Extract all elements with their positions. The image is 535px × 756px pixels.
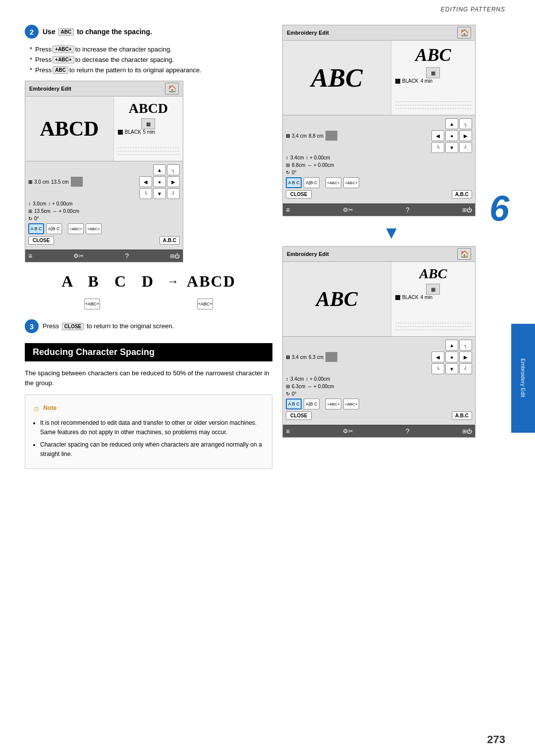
ctrl-ang-val-rb: 0° xyxy=(292,391,297,397)
nav-bot-right-rb[interactable]: ┘ xyxy=(459,363,472,374)
color-swatch-rb xyxy=(395,295,400,300)
home-button-top[interactable]: 🏠 xyxy=(165,83,179,95)
ctrl-h-rb: ↕ xyxy=(286,376,288,382)
nav-bot-right[interactable]: ┘ xyxy=(167,188,180,199)
down-arrow: ▼ xyxy=(282,222,500,243)
thumb-icon-rt xyxy=(325,131,337,141)
nav-top-right-rb[interactable]: ┐ xyxy=(459,340,472,351)
close-button-rb[interactable]: CLOSE xyxy=(286,411,312,420)
time-label: 5 min xyxy=(143,129,155,135)
ctrl-h-offset: ↕ + 0.00cm xyxy=(48,201,72,206)
nav-down[interactable]: ▼ xyxy=(153,188,166,199)
nav-top-right-rt[interactable]: ┐ xyxy=(459,118,472,129)
close-button-top[interactable]: CLOSE xyxy=(28,236,54,245)
settings-icon[interactable]: ⚙✂ xyxy=(73,252,84,259)
abc-mode-btn2-rb[interactable]: A|B C xyxy=(304,399,320,409)
close-button-rt[interactable]: CLOSE xyxy=(286,190,312,199)
nav-top-right[interactable]: ┐ xyxy=(167,164,180,175)
embroidery-mode-btn[interactable]: ▦ xyxy=(141,118,155,129)
color-label-rt: BLACK xyxy=(402,78,419,84)
reduce-sp-rt[interactable]: +ABC+ xyxy=(325,177,341,188)
increase-spacing-btn[interactable]: +ABC+ xyxy=(53,46,74,53)
spacing-right-btn[interactable]: +ABC+ xyxy=(197,299,213,309)
bullet-2: Press +ABC+ to decrease the character sp… xyxy=(30,56,272,63)
step2-title: Use ABC to change the spacing. xyxy=(43,28,152,36)
help-icon-rb[interactable]: ? xyxy=(406,427,410,435)
nav-center-rt[interactable]: ● xyxy=(445,130,458,141)
nav-up[interactable]: ▲ xyxy=(153,164,166,175)
help-icon[interactable]: ? xyxy=(125,252,129,260)
settings-icon-rt[interactable]: ⚙✂ xyxy=(343,206,353,213)
bottom-bar-top: ≡ ⚙✂ ? ⊞⏻ xyxy=(25,250,183,262)
nav-up-rt[interactable]: ▲ xyxy=(445,118,458,129)
nav-bot-left-rb[interactable]: └ xyxy=(431,363,444,374)
menu-icon-rt[interactable]: ≡ xyxy=(286,206,290,214)
abc-mode-btn-rb[interactable]: A B C xyxy=(286,399,302,409)
ctrl-dim-rb-h: 6.3cm xyxy=(292,384,305,389)
abc-reset-rb[interactable]: A.B.C xyxy=(452,411,472,420)
nav-up-rb[interactable]: ▲ xyxy=(445,340,458,351)
nav-center[interactable]: ● xyxy=(153,176,166,187)
home-button-right-top[interactable]: 🏠 xyxy=(457,27,471,39)
nav-down-rb[interactable]: ▼ xyxy=(445,363,458,374)
nav-grid-rt: ▲ ┐ ◀ ● ▶ └ ▼ ┘ xyxy=(431,118,472,153)
reset-spacing-btn[interactable]: ABC xyxy=(53,66,68,74)
ctrl-v-rb: ⊞ xyxy=(286,384,290,389)
abc-mode-btn2[interactable]: A|B C xyxy=(46,223,62,234)
home-button-right-bottom[interactable]: 🏠 xyxy=(457,248,471,260)
color-label: BLACK xyxy=(125,129,141,135)
ctrl-row-abc-rb: A B C A|B C +ABC+ +ABC+ xyxy=(286,399,472,409)
abc-spacing-btn[interactable]: ABC xyxy=(58,28,74,36)
nav-bot-right-rt[interactable]: ┘ xyxy=(459,142,472,153)
header-title: EDITING PATTERNS xyxy=(441,6,505,13)
dashed-line-rt-2 xyxy=(395,105,471,105)
nav-right-rb[interactable]: ▶ xyxy=(459,352,472,362)
dim-rt-1: 3.4 cm xyxy=(292,133,307,139)
abc-reset-rt[interactable]: A.B.C xyxy=(452,190,472,199)
ctrl-row-rt-2: ↕ 3.4cm ↕ + 0.00cm xyxy=(286,155,472,160)
nav-center-rb[interactable]: ● xyxy=(445,352,458,362)
emb-large-text-rb: ABC xyxy=(316,287,358,311)
spacing-left-btn[interactable]: +ABC+ xyxy=(84,299,100,309)
help-icon-rt[interactable]: ? xyxy=(406,206,410,214)
settings-icon-rb[interactable]: ⚙✂ xyxy=(343,428,353,435)
emb-small-preview-rt: ABC xyxy=(415,45,451,65)
abc-mode-btn-rt[interactable]: A B C xyxy=(286,177,302,188)
nav-down-rt[interactable]: ▼ xyxy=(445,142,458,153)
decrease-spacing-btn[interactable]: +ABC+ xyxy=(53,56,74,63)
embroidery-mode-btn-rb[interactable]: ▦ xyxy=(426,284,440,295)
increase-sp-rt[interactable]: +ABC+ xyxy=(343,177,359,188)
increase-sp-rb[interactable]: +ABC+ xyxy=(343,399,359,409)
ctrl-dim-rt-h: 8.8cm xyxy=(292,162,305,168)
ctrl-ang-rt: ↻ xyxy=(286,170,290,175)
dashed-lines-rt xyxy=(395,84,471,111)
abc-mode-btn2-rt[interactable]: A|B C xyxy=(304,177,320,188)
time-label-rt: 4 min xyxy=(421,78,432,84)
ctrl-v-off-rt: ↔ + 0.00cm xyxy=(307,162,334,168)
increase-spacing-ctrl[interactable]: +ABC+ xyxy=(86,223,102,234)
emb-right-title-label: Embroidery Edit xyxy=(287,30,329,36)
menu-icon[interactable]: ≡ xyxy=(28,252,32,260)
sidebar-tab-label: Embroidery Edit xyxy=(520,358,526,397)
nav-left-rt[interactable]: ◀ xyxy=(431,130,444,141)
embroidery-mode-btn-rt[interactable]: ▦ xyxy=(426,67,440,78)
nav-right-rt[interactable]: ▶ xyxy=(459,130,472,141)
menu-icon-rb[interactable]: ≡ xyxy=(286,427,290,435)
nav-bot-left[interactable]: └ xyxy=(139,188,152,199)
emb-large-preview: ABCD xyxy=(25,97,114,161)
dashed-line-1 xyxy=(118,148,179,148)
note-item-2: Character spacing can be reduced only wh… xyxy=(40,440,265,459)
reduce-sp-rb[interactable]: +ABC+ xyxy=(325,399,341,409)
close-btn-step3[interactable]: CLOSE xyxy=(62,323,84,330)
abc-mode-btn[interactable]: A B C xyxy=(28,223,44,234)
nav-left[interactable]: ◀ xyxy=(139,176,152,187)
dashed-lines-rb xyxy=(395,300,471,332)
reduce-spacing-ctrl[interactable]: +ABC+ xyxy=(68,223,84,234)
spacing-ctrl-rb: +ABC+ +ABC+ xyxy=(325,399,359,409)
nav-right[interactable]: ▶ xyxy=(167,176,180,187)
abc-reset-top[interactable]: A.B.C xyxy=(160,236,180,245)
ctrl-arrow-icon: ⊞ xyxy=(28,208,32,214)
nav-bot-left-rt[interactable]: └ xyxy=(431,142,444,153)
nav-left-rb[interactable]: ◀ xyxy=(431,352,444,362)
time-label-rb: 4 min xyxy=(421,295,432,300)
